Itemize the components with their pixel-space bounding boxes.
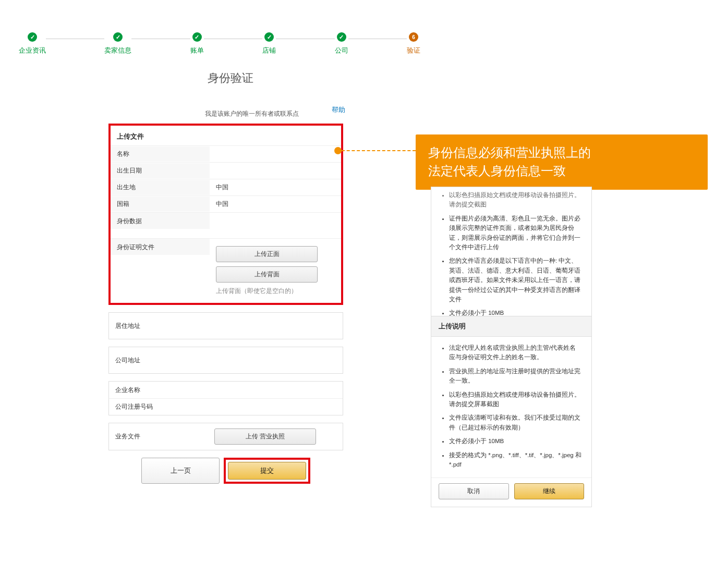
label-company-reg: 公司注册号码 (109, 399, 208, 414)
step-5: 公司 (335, 32, 348, 55)
step-connector (204, 39, 262, 39)
list-item: 证件图片必须为高清、彩色且一览无余。图片必须展示完整的证件页面，或者如果为居民身… (449, 214, 582, 252)
step-label: 企业资讯 (19, 46, 46, 55)
step-number-icon: 6 (409, 32, 418, 42)
row-nationality: 国籍 中国 (111, 195, 341, 212)
submit-highlight: 提交 (224, 458, 310, 484)
value-residence (208, 323, 343, 329)
progress-stepper: 企业资讯 卖家信息 账单 店铺 公司 6 验证 (19, 32, 420, 55)
list-item: 文件必须小于 10MB (449, 436, 582, 446)
panel2-buttons: 取消 继续 (431, 477, 591, 507)
upload-front-button[interactable]: 上传正面 (216, 246, 318, 262)
step-label: 账单 (190, 46, 204, 55)
step-label: 卖家信息 (104, 46, 131, 55)
value-name (210, 151, 341, 157)
cancel-button[interactable]: 取消 (439, 483, 509, 499)
list-item: 法定代理人姓名或营业执照上的主管/代表姓名应与身份证明文件上的姓名一致。 (449, 343, 582, 362)
label-bizdoc: 业务文件 (109, 429, 208, 444)
step-connector (276, 39, 334, 39)
callout-line1: 身份信息必须和营业执照上的 (428, 144, 695, 162)
value-company-name (208, 387, 343, 393)
value-dob (210, 168, 341, 174)
step-2: 卖家信息 (104, 32, 131, 55)
check-icon (113, 32, 123, 42)
step-label: 验证 (407, 46, 420, 55)
step-4: 店铺 (262, 32, 276, 55)
step-3: 账单 (190, 32, 204, 55)
panel2-list: 法定代理人姓名或营业执照上的主管/代表姓名应与身份证明文件上的姓名一致。 营业执… (441, 343, 582, 469)
continue-button[interactable]: 继续 (514, 483, 585, 499)
value-iddata (210, 213, 341, 219)
panel2-header: 上传说明 (431, 316, 591, 337)
list-item: 文件应该清晰可读和有效。我们不接受过期的文件（已超过标示的有效期） (449, 413, 582, 432)
check-icon (337, 32, 346, 42)
list-item: 营业执照上的地址应与注册时提供的营业地址完全一致。 (449, 366, 582, 386)
section-bizdoc: 业务文件 上传 营业执照 (108, 423, 343, 450)
step-label: 公司 (335, 46, 348, 55)
callout-line2: 法定代表人身份信息一致 (428, 162, 695, 180)
list-item: 以彩色扫描原始文档或使用移动设备拍摄照片。请勿提交截图 (449, 190, 582, 210)
value-bizdoc: 上传 营业执照 (208, 423, 343, 450)
section-company-addr: 公司地址 (108, 347, 343, 374)
row-iddoc: 身份证明文件 上传正面 上传背面 上传背面（即使它是空白的） (111, 238, 341, 303)
page-title: 身份验证 (208, 70, 253, 86)
value-company-addr (208, 357, 343, 363)
step-1: 企业资讯 (19, 32, 46, 55)
row-iddata: 身份数据 (111, 212, 341, 238)
list-item: 接受的格式为 *.png、*.tiff、*.tif、*.jpg、*.jpeg 和… (449, 450, 582, 470)
nav-buttons: 上一页 提交 (108, 458, 343, 484)
row-birthplace: 出生地 中国 (111, 179, 341, 195)
value-company-reg (208, 404, 343, 410)
label-company-name: 企业名称 (109, 383, 208, 398)
label-residence: 居住地址 (109, 318, 208, 334)
label-birthplace: 出生地 (111, 180, 210, 195)
submit-button[interactable]: 提交 (228, 462, 306, 480)
row-dob: 出生日期 (111, 162, 341, 179)
account-owner-text: 我是该账户的唯一所有者或联系点 (108, 109, 343, 118)
section-company-info: 企业名称 公司注册号码 (108, 381, 343, 415)
value-birthplace: 中国 (210, 180, 341, 195)
label-name: 名称 (111, 146, 210, 162)
step-connector (46, 39, 104, 39)
value-iddoc: 上传正面 上传背面 上传背面（即使它是空白的） (210, 239, 341, 299)
list-item: 以彩色扫描原始文档或使用移动设备拍摄照片。请勿提交屏幕截图 (449, 390, 582, 409)
main-form: 我是该账户的唯一所有者或联系点 上传文件 名称 出生日期 出生地 中国 国籍 中… (108, 109, 343, 484)
label-nationality: 国籍 (111, 197, 210, 212)
label-iddoc: 身份证明文件 (111, 239, 210, 255)
label-dob: 出生日期 (111, 163, 210, 178)
row-name: 名称 (111, 145, 341, 162)
upload-header: 上传文件 (111, 126, 341, 145)
step-label: 店铺 (262, 46, 276, 55)
check-icon (192, 32, 202, 42)
highlight-box: 上传文件 名称 出生日期 出生地 中国 国籍 中国 身份数据 身份证明文件 上传… (108, 124, 343, 305)
callout-box: 身份信息必须和营业执照上的 法定代表人身份信息一致 (416, 134, 708, 190)
upload-back-note: 上传背面（即使它是空白的） (216, 287, 335, 296)
label-iddata: 身份数据 (111, 213, 210, 229)
upload-back-button[interactable]: 上传背面 (216, 266, 318, 283)
side-panel-2: 上传说明 法定代理人姓名或营业执照上的主管/代表姓名应与身份证明文件上的姓名一致… (431, 316, 592, 507)
check-icon (28, 32, 37, 42)
value-nationality: 中国 (210, 197, 341, 212)
step-6: 6 验证 (407, 32, 420, 55)
prev-button[interactable]: 上一页 (141, 458, 220, 484)
panel2-body: 法定代理人姓名或营业执照上的主管/代表姓名应与身份证明文件上的姓名一致。 营业执… (431, 337, 591, 477)
list-item: 您的文件语言必须是以下语言中的一种: 中文、英语、法语、德语、意大利语、日语、葡… (449, 256, 582, 304)
upload-license-button[interactable]: 上传 营业执照 (214, 428, 316, 445)
section-residence: 居住地址 (108, 312, 343, 339)
callout-dot-icon (334, 147, 342, 154)
check-icon (264, 32, 274, 42)
label-company-addr: 公司地址 (109, 353, 208, 368)
callout-connector (342, 150, 416, 151)
step-connector (348, 39, 407, 39)
step-connector (131, 39, 190, 39)
